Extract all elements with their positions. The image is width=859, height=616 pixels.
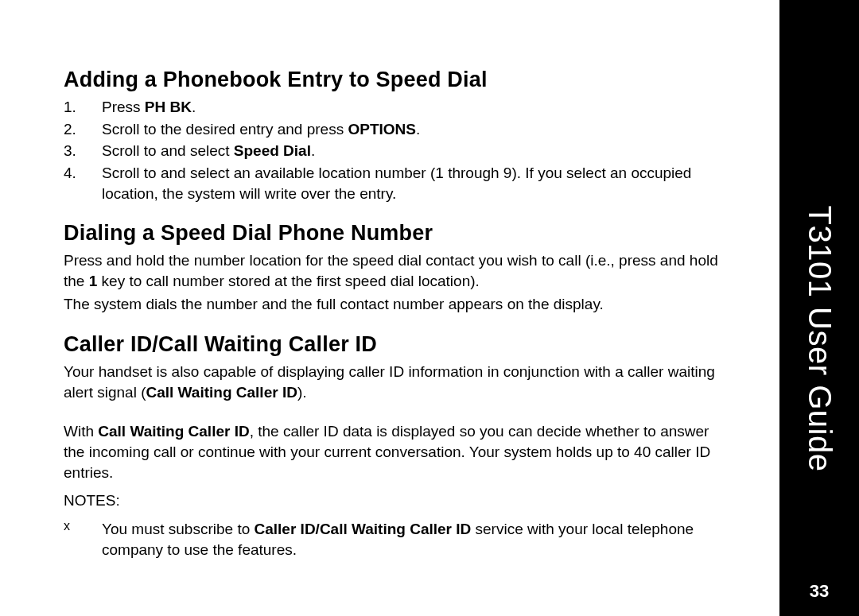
text-run: You must subscribe to (102, 521, 255, 537)
text-bold: Call Waiting Caller ID (98, 423, 249, 440)
text-bold: Speed Dial (234, 142, 311, 159)
text-run: ). (297, 384, 307, 401)
main-content: Adding a Phonebook Entry to Speed Dial 1… (64, 68, 732, 560)
bullet-icon: x (64, 519, 102, 560)
list-item: 4. Scroll to and select an available loc… (64, 163, 732, 203)
text-run: key to call number stored at the first s… (97, 273, 480, 289)
heading-caller-id: Caller ID/Call Waiting Caller ID (64, 332, 732, 357)
text-run: . (311, 142, 315, 159)
text-bold: Caller ID/Call Waiting Caller ID (255, 521, 472, 537)
text-run: Scroll to the desired entry and press (102, 121, 348, 138)
text-bold: 1 (89, 273, 98, 289)
heading-speed-dial-call: Dialing a Speed Dial Phone Number (64, 221, 732, 246)
list-item: 3. Scroll to and select Speed Dial. (64, 141, 732, 161)
notes-heading: NOTES: (64, 490, 732, 511)
list-item: x You must subscribe to Caller ID/Call W… (64, 519, 732, 560)
step-text: Press PH BK. (102, 97, 732, 118)
text-run: . (192, 99, 196, 115)
text-bold: OPTIONS (348, 121, 416, 138)
paragraph-group: Press and hold the number location for t… (64, 250, 732, 315)
spacer (64, 405, 732, 421)
step-number: 3. (64, 141, 102, 161)
step-number: 1. (64, 97, 102, 118)
body-text: Press and hold the number location for t… (64, 250, 732, 291)
sidebar: T3101 User Guide 33 (779, 0, 859, 616)
text-run: . (416, 121, 420, 138)
document-title: T3101 User Guide (802, 206, 838, 472)
text-run: Scroll to and select (102, 142, 234, 159)
heading-speed-dial-add: Adding a Phonebook Entry to Speed Dial (64, 68, 732, 92)
body-text: The system dials the number and the full… (64, 294, 732, 315)
step-text: Scroll to and select Speed Dial. (102, 141, 732, 161)
page-number: 33 (779, 581, 859, 602)
body-text: With Call Waiting Caller ID, the caller … (64, 421, 732, 482)
note-text: You must subscribe to Caller ID/Call Wai… (102, 519, 732, 560)
text-run: Press (102, 99, 145, 115)
notes-list: x You must subscribe to Caller ID/Call W… (64, 519, 732, 560)
document-page: Adding a Phonebook Entry to Speed Dial 1… (0, 0, 859, 616)
steps-add-speed-dial: 1. Press PH BK. 2. Scroll to the desired… (64, 97, 732, 203)
body-text: Your handset is also capable of displayi… (64, 362, 732, 402)
text-bold: PH BK (145, 99, 192, 115)
step-text: Scroll to and select an available locati… (102, 163, 732, 203)
list-item: 2. Scroll to the desired entry and press… (64, 119, 732, 140)
step-text: Scroll to the desired entry and press OP… (102, 119, 732, 140)
text-bold: Call Waiting Caller ID (146, 384, 297, 401)
text-run: With (64, 423, 98, 440)
step-number: 2. (64, 119, 102, 140)
list-item: 1. Press PH BK. (64, 97, 732, 118)
step-number: 4. (64, 163, 102, 203)
